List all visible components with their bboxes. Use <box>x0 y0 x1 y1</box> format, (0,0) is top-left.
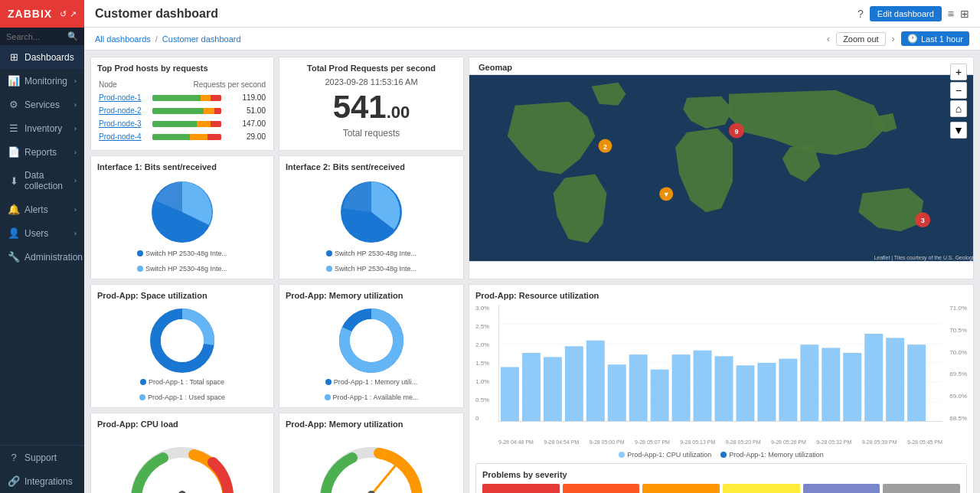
svg-rect-29 <box>629 354 648 421</box>
sidebar-bottom: ? Support 🔗 Integrations <box>0 445 84 493</box>
legend-color <box>139 394 145 400</box>
sidebar-item-alerts[interactable]: 🔔 Alerts › <box>0 198 84 221</box>
zoom-out-button[interactable]: Zoom out <box>836 32 885 46</box>
donut-chart-space <box>97 306 267 375</box>
sidebar-item-data-collection[interactable]: ⬇ Data collection › <box>0 164 84 198</box>
host-name[interactable]: Prod-node-2 <box>99 105 151 116</box>
host-name[interactable]: Prod-node-1 <box>99 92 151 103</box>
filter-button[interactable]: ▼ <box>950 122 967 139</box>
sidebar-item-administration[interactable]: 🔧 Administration › <box>0 245 84 269</box>
time-label: Last 1 hour <box>921 34 963 44</box>
users-icon: 👤 <box>8 227 20 239</box>
host-bar <box>152 131 236 142</box>
svg-rect-39 <box>843 353 861 421</box>
table-row: Prod-node-429.00 <box>99 131 266 142</box>
svg-rect-25 <box>544 357 562 421</box>
sidebar-item-monitoring[interactable]: 📊 Monitoring › <box>0 69 84 93</box>
x-axis-labels: 9-28 04:48 PM 9-28 04:54 PM 9-28 05:00 P… <box>498 423 942 445</box>
host-name[interactable]: Prod-node-4 <box>99 131 151 142</box>
svg-rect-38 <box>822 348 840 421</box>
pie-chart-1 <box>97 178 267 246</box>
severity-count: 6 <box>566 490 637 493</box>
svg-rect-35 <box>757 363 776 421</box>
y-axis-right: 68.5% 69.0% 69.5% 70.0% 70.5% 71.0% <box>944 305 967 422</box>
main-content: Customer dashboard ? Edit dashboard ≡ ⊞ … <box>84 0 980 493</box>
refresh-icon[interactable]: ↺ <box>60 9 67 19</box>
search-input[interactable] <box>6 32 67 41</box>
sidebar-item-label: Reports <box>24 147 70 158</box>
legend-label: Prod-App-1 : Available me... <box>333 393 419 401</box>
search-icon[interactable]: 🔍 <box>67 31 78 41</box>
sidebar-item-integrations[interactable]: 🔗 Integrations <box>0 469 84 493</box>
list-view-icon[interactable]: ≡ <box>948 8 954 20</box>
prev-arrow-button[interactable]: ‹ <box>827 33 830 44</box>
sidebar-item-label: Monitoring <box>24 76 70 87</box>
legend-label: Prod-App-1 : Total space <box>149 378 224 386</box>
svg-rect-26 <box>565 346 583 421</box>
breadcrumb-left: All dashboards / Customer dashboard <box>95 34 241 44</box>
legend-color <box>619 452 625 458</box>
svg-point-14 <box>161 319 204 362</box>
widget-problems-severity: Problems by severity 1 Disaster 6 High 1… <box>475 463 967 493</box>
sidebar-item-inventory[interactable]: ☰ Inventory › <box>0 116 84 140</box>
legend-2: Switch HP 2530-48g Inte... Switch HP 253… <box>286 250 457 273</box>
legend-label: Switch HP 2530-48g Inte... <box>145 265 227 273</box>
legend-item: Switch HP 2530-48g Inte... <box>326 265 416 273</box>
severity-count: 1 <box>726 490 797 493</box>
home-button[interactable]: ⌂ <box>950 100 967 117</box>
svg-rect-34 <box>736 365 754 421</box>
widget-space-util: Prod-App: Space utilization Prod-App-1 :… <box>90 284 274 408</box>
next-arrow-button[interactable]: › <box>892 33 895 44</box>
reports-icon: 📄 <box>8 146 20 158</box>
edit-dashboard-button[interactable]: Edit dashboard <box>870 6 942 21</box>
svg-rect-40 <box>864 334 883 421</box>
grid-view-icon[interactable]: ⊞ <box>960 8 969 20</box>
sidebar-item-users[interactable]: 👤 Users › <box>0 221 84 245</box>
svg-text:9: 9 <box>734 128 738 135</box>
legend-color <box>326 250 332 256</box>
svg-rect-37 <box>800 344 818 421</box>
legend-1: Switch HP 2530-48g Inte... Switch HP 253… <box>97 250 267 273</box>
help-icon[interactable]: ? <box>858 8 864 20</box>
legend-label: Switch HP 2530-48g Inte... <box>335 265 416 273</box>
svg-text:3: 3 <box>921 217 925 224</box>
memory-gauge: 0% 100% 68.24 % Memory utilization <box>286 433 457 493</box>
sidebar-item-reports[interactable]: 📄 Reports › <box>0 140 84 164</box>
svg-rect-36 <box>779 359 797 421</box>
y-axis-left: 0 0.5% 1.0% 1.5% 2.0% 2.5% 3.0% <box>475 305 497 422</box>
svg-rect-27 <box>586 341 605 421</box>
bars-svg <box>499 305 942 421</box>
widget-memory-util: Prod-App: Memory utilization Prod-App-1 … <box>279 284 464 408</box>
expand-icon[interactable]: ↗ <box>70 9 77 19</box>
svg-rect-33 <box>715 356 733 421</box>
sidebar-item-label: Administration <box>24 252 83 263</box>
zoom-in-button[interactable]: + <box>950 64 967 80</box>
sidebar-item-support[interactable]: ? Support <box>0 446 84 469</box>
widget-memory2: Prod-App: Memory utilization 0% 100% <box>279 413 464 493</box>
widget-interface1: Interface 1: Bits sent/received Switch H… <box>90 155 274 279</box>
svg-text:▼: ▼ <box>663 191 670 198</box>
memory-gauge-svg: 0% 100% <box>310 433 433 493</box>
sidebar-item-label: Integrations <box>24 476 77 487</box>
legend-item: Switch HP 2530-48g Inte... <box>137 250 227 257</box>
svg-rect-41 <box>886 338 904 421</box>
widget-resource-util: Prod-App: Resource utilization 0 0.5% 1.… <box>469 284 974 493</box>
legend-label: Switch HP 2530-48g Inte... <box>145 250 227 257</box>
host-name[interactable]: Prod-node-3 <box>99 118 151 129</box>
col-requests: Requests per second <box>152 79 266 90</box>
zoom-out-map-button[interactable]: − <box>950 82 967 99</box>
widget-title: Interface 2: Bits sent/received <box>286 162 457 171</box>
request-label: Total requests <box>286 128 457 139</box>
time-range-button[interactable]: 🕐 Last 1 hour <box>901 31 969 46</box>
widget-title: Interface 1: Bits sent/received <box>97 162 267 171</box>
sidebar-item-services[interactable]: ⚙ Services › <box>0 93 84 116</box>
sidebar-item-label: Inventory <box>24 123 70 134</box>
sidebar-item-dashboards[interactable]: ⊞ Dashboards <box>0 45 84 69</box>
geomap-controls: + − ⌂ ▼ <box>950 64 967 139</box>
host-value: 29.00 <box>237 131 266 142</box>
dashboard-grid: Top Prod hosts by requests Node Requests… <box>84 51 980 493</box>
legend-item: Switch HP 2530-48g Inte... <box>137 265 227 273</box>
all-dashboards-link[interactable]: All dashboards <box>95 34 151 44</box>
header: Customer dashboard ? Edit dashboard ≡ ⊞ <box>84 0 980 28</box>
chevron-right-icon: › <box>74 101 77 109</box>
